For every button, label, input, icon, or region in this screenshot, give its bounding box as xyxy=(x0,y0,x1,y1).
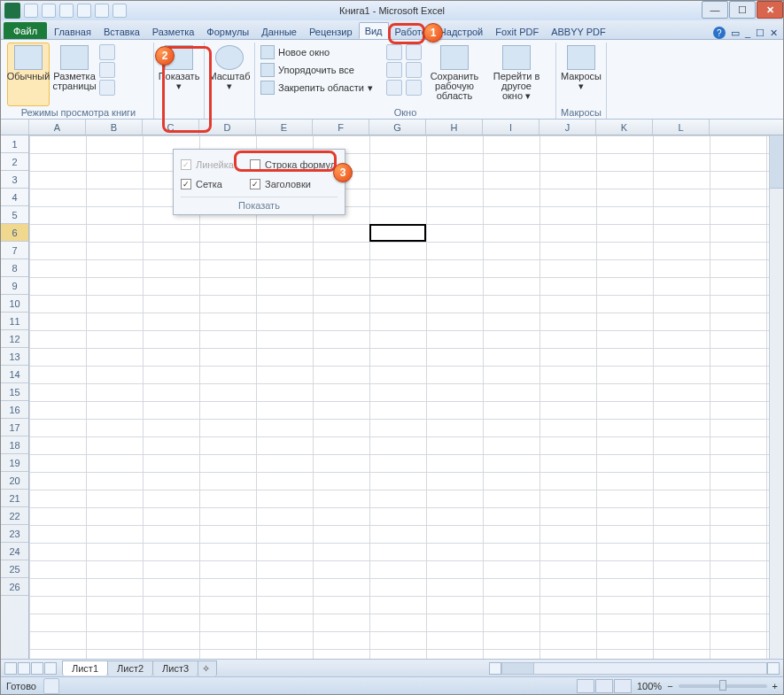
side-by-side-icon[interactable] xyxy=(406,44,422,60)
col-header[interactable]: H xyxy=(426,120,483,135)
zoom-in-button[interactable]: + xyxy=(772,681,778,691)
ribbon-minimize-icon[interactable]: ▭ xyxy=(731,27,740,39)
qat-print-icon[interactable] xyxy=(95,4,109,18)
col-header[interactable]: G xyxy=(369,120,426,135)
formula-bar-checkbox[interactable] xyxy=(250,159,260,170)
ruler-checkbox[interactable]: ✓ xyxy=(181,159,191,170)
tab-layout[interactable]: Разметка xyxy=(146,23,201,39)
row-header[interactable]: 22 xyxy=(1,507,28,525)
sheet-tab[interactable]: Лист1 xyxy=(62,660,108,676)
zoom-button[interactable]: Масштаб▾ xyxy=(208,42,251,106)
sheet-tab[interactable]: Лист3 xyxy=(152,660,198,676)
col-header[interactable]: E xyxy=(256,120,313,135)
hide-icon[interactable] xyxy=(386,62,402,78)
row-header[interactable]: 21 xyxy=(1,490,28,507)
formula-bar-checkbox-row[interactable]: Строка формул xyxy=(250,155,338,174)
hscroll-track[interactable] xyxy=(501,662,767,675)
row-header[interactable]: 9 xyxy=(1,277,28,295)
hscroll-left-icon[interactable] xyxy=(489,662,501,675)
vscroll-thumb[interactable] xyxy=(770,135,783,189)
sheet-nav-first-icon[interactable] xyxy=(4,662,17,675)
row-header[interactable]: 14 xyxy=(1,366,28,383)
tab-home[interactable]: Главная xyxy=(48,23,97,39)
col-header[interactable]: K xyxy=(596,120,653,135)
sync-scroll-icon[interactable] xyxy=(406,62,422,78)
fullscreen-icon[interactable] xyxy=(99,80,115,96)
normal-shortcut-icon[interactable] xyxy=(577,679,594,693)
hscroll-thumb[interactable] xyxy=(502,663,534,674)
normal-view-button[interactable]: Обычный xyxy=(7,42,50,106)
tab-foxit[interactable]: Foxit PDF xyxy=(489,23,545,39)
row-header[interactable]: 4 xyxy=(1,189,28,206)
row-header[interactable]: 23 xyxy=(1,525,28,543)
row-header[interactable]: 26 xyxy=(1,578,28,596)
tab-insert[interactable]: Вставка xyxy=(97,23,146,39)
doc-close-icon[interactable]: ✕ xyxy=(770,27,778,39)
tab-data[interactable]: Данные xyxy=(255,23,303,39)
row-header[interactable]: 24 xyxy=(1,543,28,560)
sheet-nav-next-icon[interactable] xyxy=(31,662,43,675)
row-header[interactable]: 11 xyxy=(1,313,28,330)
col-header[interactable]: I xyxy=(483,120,539,135)
sheet-nav-last-icon[interactable] xyxy=(44,662,57,675)
row-header[interactable]: 25 xyxy=(1,560,28,578)
tab-file[interactable]: Файл xyxy=(4,22,47,39)
switch-windows-button[interactable]: Перейти в другое окно ▾ xyxy=(487,42,546,106)
tab-formulas[interactable]: Формулы xyxy=(200,23,255,39)
zoom-out-button[interactable]: − xyxy=(667,681,672,691)
doc-restore-icon[interactable]: ☐ xyxy=(756,27,765,39)
row-header[interactable]: 16 xyxy=(1,401,28,419)
row-header[interactable]: 13 xyxy=(1,348,28,366)
page-break-shortcut-icon[interactable] xyxy=(614,679,632,693)
row-header[interactable]: 6 xyxy=(1,224,28,242)
headings-checkbox-row[interactable]: ✓ Заголовки xyxy=(250,174,338,194)
qat-undo-icon[interactable] xyxy=(42,4,56,18)
gridlines-checkbox-row[interactable]: ✓ Сетка xyxy=(181,174,236,194)
doc-minimize-icon[interactable]: _ xyxy=(745,27,750,38)
active-cell[interactable] xyxy=(369,224,426,242)
col-header[interactable]: F xyxy=(313,120,369,135)
col-header[interactable]: B xyxy=(86,120,143,135)
page-layout-shortcut-icon[interactable] xyxy=(595,679,613,693)
vertical-scrollbar[interactable] xyxy=(769,135,783,659)
horizontal-scrollbar[interactable] xyxy=(489,662,780,675)
unhide-icon[interactable] xyxy=(386,80,402,96)
select-all-corner[interactable] xyxy=(1,120,29,135)
col-header[interactable]: A xyxy=(29,120,86,135)
new-sheet-button[interactable]: ✧ xyxy=(198,660,217,676)
page-break-icon[interactable] xyxy=(99,44,115,60)
row-header[interactable]: 18 xyxy=(1,436,28,454)
col-header[interactable]: J xyxy=(539,120,596,135)
row-header[interactable]: 17 xyxy=(1,419,28,436)
qat-redo-icon[interactable] xyxy=(59,4,74,18)
split-icon[interactable] xyxy=(386,44,402,60)
row-header[interactable]: 10 xyxy=(1,295,28,313)
zoom-slider[interactable] xyxy=(679,684,767,688)
save-workspace-button[interactable]: Сохранить рабочую область xyxy=(425,42,484,106)
tab-view[interactable]: Вид xyxy=(359,22,389,39)
ruler-checkbox-row[interactable]: ✓ Линейка xyxy=(181,155,236,174)
new-window-button[interactable]: Новое окно xyxy=(259,44,383,60)
sheet-nav-prev-icon[interactable] xyxy=(18,662,30,675)
row-header[interactable]: 15 xyxy=(1,383,28,401)
page-layout-button[interactable]: Разметка страницы xyxy=(53,42,96,106)
qat-open-icon[interactable] xyxy=(77,4,91,18)
col-header[interactable]: D xyxy=(199,120,256,135)
row-header[interactable]: 7 xyxy=(1,242,28,259)
qat-save-icon[interactable] xyxy=(24,4,38,18)
row-header[interactable]: 2 xyxy=(1,153,28,171)
row-header[interactable]: 19 xyxy=(1,454,28,472)
qat-more-icon[interactable] xyxy=(113,4,127,18)
maximize-button[interactable]: ☐ xyxy=(729,1,756,19)
col-header[interactable]: C xyxy=(143,120,199,135)
tab-review[interactable]: Рецензир xyxy=(303,23,359,39)
row-header[interactable]: 5 xyxy=(1,206,28,224)
headings-checkbox[interactable]: ✓ xyxy=(250,179,260,189)
row-header[interactable]: 1 xyxy=(1,135,28,153)
freeze-panes-button[interactable]: Закрепить области ▾ xyxy=(259,80,383,96)
row-header[interactable]: 3 xyxy=(1,171,28,189)
hscroll-right-icon[interactable] xyxy=(767,662,780,675)
cell-grid[interactable] xyxy=(29,135,783,659)
row-header[interactable]: 12 xyxy=(1,330,28,348)
zoom-percent[interactable]: 100% xyxy=(637,681,662,691)
